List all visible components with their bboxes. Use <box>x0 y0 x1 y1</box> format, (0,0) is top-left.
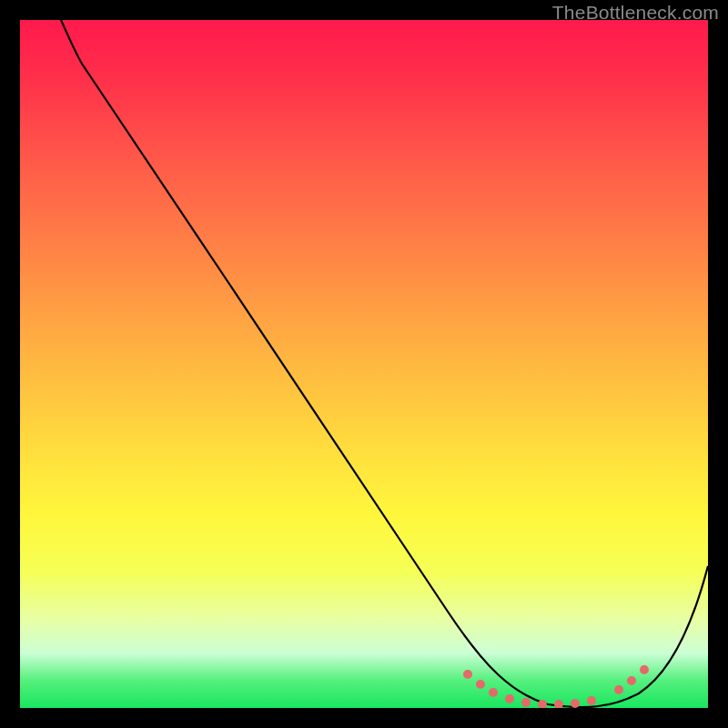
chart-frame: TheBottleneck.com <box>0 0 728 728</box>
dot <box>614 685 623 694</box>
dot <box>587 696 596 705</box>
chart-plot-area <box>20 20 708 708</box>
dot <box>505 694 514 703</box>
curve-path <box>61 20 708 707</box>
dot <box>476 680 485 689</box>
watermark-text: TheBottleneck.com <box>552 2 719 24</box>
dot <box>463 670 472 679</box>
dot <box>521 698 531 707</box>
bottleneck-curve <box>20 20 708 708</box>
dot <box>554 700 563 708</box>
dot <box>571 699 580 708</box>
dot <box>489 688 498 697</box>
dot <box>627 676 636 685</box>
dot <box>640 665 649 674</box>
